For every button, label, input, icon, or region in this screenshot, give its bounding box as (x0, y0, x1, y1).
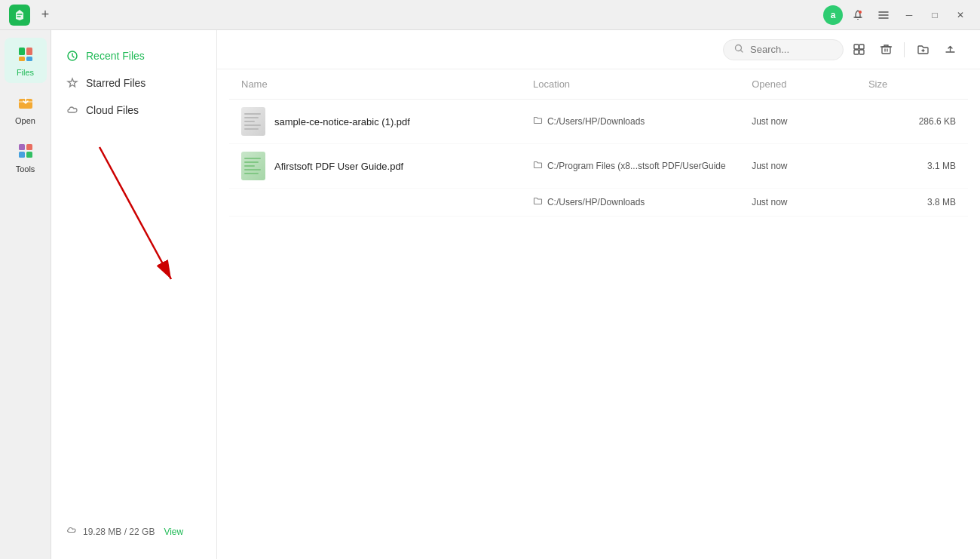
sidebar: Recent Files Starred Files Cloud Fil (51, 30, 217, 559)
tools-icon (15, 140, 36, 161)
app-logo (9, 5, 30, 26)
size-text: 3.1 MB (927, 161, 956, 171)
open-nav-label: Open (15, 116, 35, 125)
col-location: Location (533, 78, 752, 90)
file-name-cell: sample-ce-notice-arabic (1).pdf (241, 107, 533, 136)
svg-point-0 (859, 11, 862, 14)
table-row[interactable]: sample-ce-notice-arabic (1).pdf C:/Users… (229, 100, 968, 144)
svg-rect-5 (19, 57, 25, 61)
trash-button[interactable] (874, 38, 898, 62)
file-name: sample-ce-notice-arabic (1).pdf (274, 116, 410, 127)
icon-nav: Files Open (0, 30, 51, 559)
svg-rect-6 (26, 57, 32, 61)
location-cell: C:/Users/HP/Downloads (533, 196, 752, 208)
size-cell: 3.1 MB (868, 161, 956, 171)
size-text: 286.6 KB (919, 116, 956, 127)
app-container: Files Open (0, 30, 980, 559)
location-text: C:/Program Files (x8...stsoft PDF/UserGu… (547, 161, 726, 171)
menu-button[interactable] (873, 5, 894, 26)
sidebar-footer: 19.28 MB / 22 GB View (51, 516, 216, 547)
cloud-files-label: Cloud Files (86, 104, 139, 116)
svg-rect-14 (854, 45, 859, 49)
recent-files-label: Recent Files (86, 50, 145, 62)
sidebar-item-open[interactable]: Open (5, 86, 47, 131)
folder-icon (533, 115, 543, 127)
search-box (723, 39, 844, 60)
cloud-icon (66, 104, 78, 116)
svg-rect-16 (854, 50, 859, 54)
opened-text: Just now (752, 161, 787, 171)
pdf-lines (241, 107, 265, 136)
files-icon (15, 44, 36, 65)
avatar-button[interactable]: a (823, 5, 843, 25)
folder-icon (533, 196, 543, 208)
opened-text: Just now (752, 197, 787, 207)
grid-view-button[interactable] (847, 38, 871, 62)
table-row[interactable]: C:/Users/HP/Downloads Just now 3.8 MB (229, 189, 968, 217)
sidebar-starred-files[interactable]: Starred Files (51, 69, 216, 97)
file-name: Afirstsoft PDF User Guide.pdf (274, 161, 403, 172)
tools-nav-label: Tools (16, 164, 35, 174)
view-link[interactable]: View (164, 527, 183, 537)
maximize-button[interactable]: □ (924, 5, 945, 26)
toolbar-divider (904, 42, 905, 57)
opened-cell: Just now (752, 197, 868, 207)
svg-rect-18 (882, 47, 890, 54)
table-header: Name Location Opened Size (229, 69, 968, 100)
svg-rect-10 (19, 152, 25, 158)
file-table: Name Location Opened Size (217, 69, 980, 559)
svg-rect-15 (859, 45, 864, 49)
location-text: C:/Users/HP/Downloads (547, 197, 645, 207)
storage-text: 19.28 MB / 22 GB (83, 527, 155, 537)
svg-rect-4 (26, 48, 32, 55)
close-button[interactable]: ✕ (950, 5, 971, 26)
starred-files-label: Starred Files (86, 77, 145, 89)
file-thumbnail (241, 107, 265, 136)
file-thumbnail (241, 152, 265, 180)
title-bar: + a ─ □ ✕ (0, 0, 980, 30)
sidebar-cloud-files[interactable]: Cloud Files (51, 97, 216, 124)
toolbar (217, 30, 980, 69)
svg-rect-9 (26, 144, 32, 150)
star-icon (66, 77, 78, 89)
title-bar-left: + (9, 5, 54, 26)
toolbar-right (723, 38, 962, 62)
sidebar-item-files[interactable]: Files (5, 38, 47, 83)
col-size: Size (868, 78, 956, 90)
footer-cloud-icon (66, 525, 77, 538)
svg-rect-3 (19, 48, 25, 55)
upload-button[interactable] (938, 38, 962, 62)
sidebar-recent-files[interactable]: Recent Files (51, 42, 216, 69)
opened-cell: Just now (752, 116, 868, 127)
pdf-lines (241, 152, 265, 180)
file-name-cell: Afirstsoft PDF User Guide.pdf (241, 152, 533, 180)
opened-text: Just now (752, 116, 787, 127)
opened-cell: Just now (752, 161, 868, 171)
svg-rect-11 (26, 152, 32, 158)
recent-icon (66, 50, 78, 62)
main-content: Name Location Opened Size (217, 30, 980, 559)
table-row[interactable]: Afirstsoft PDF User Guide.pdf C:/Program… (229, 144, 968, 189)
size-cell: 286.6 KB (868, 116, 956, 127)
search-input[interactable] (750, 44, 832, 55)
files-nav-label: Files (17, 68, 34, 77)
size-cell: 3.8 MB (868, 197, 956, 207)
size-text: 3.8 MB (927, 197, 956, 207)
title-bar-right: a ─ □ ✕ (823, 5, 971, 26)
new-folder-button[interactable] (911, 38, 935, 62)
location-text: C:/Users/HP/Downloads (547, 116, 645, 127)
app-wrapper: Files Open (0, 30, 980, 559)
svg-rect-17 (859, 50, 864, 54)
col-name: Name (241, 78, 533, 90)
location-cell: C:/Program Files (x8...stsoft PDF/UserGu… (533, 160, 752, 172)
folder-icon (533, 160, 543, 172)
svg-rect-8 (19, 144, 25, 150)
notification-button[interactable] (847, 5, 868, 26)
minimize-button[interactable]: ─ (899, 5, 920, 26)
col-opened: Opened (752, 78, 868, 90)
location-cell: C:/Users/HP/Downloads (533, 115, 752, 127)
sidebar-item-tools[interactable]: Tools (5, 134, 47, 180)
new-tab-button[interactable]: + (36, 6, 54, 24)
search-icon (734, 44, 744, 56)
open-icon (15, 92, 36, 113)
